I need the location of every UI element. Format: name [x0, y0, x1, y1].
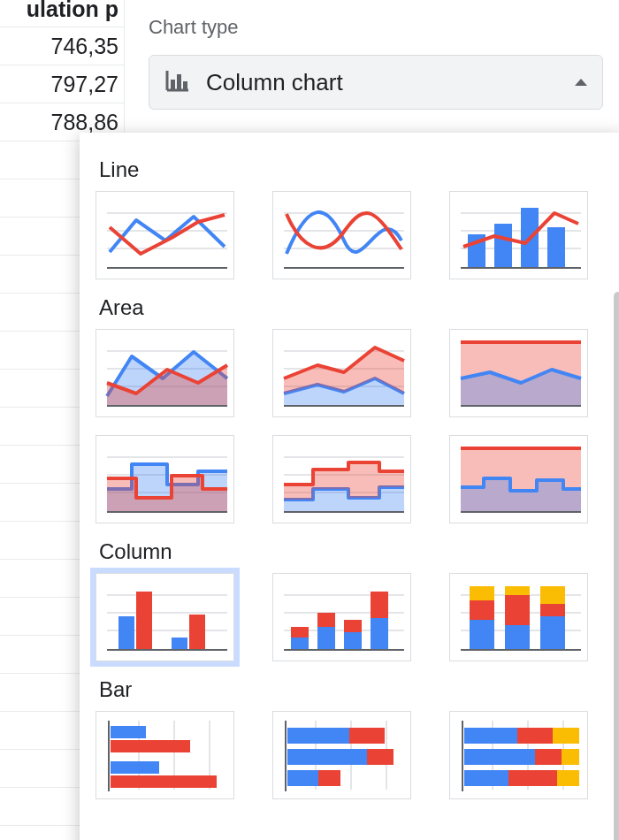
svg-rect-111 — [562, 749, 579, 765]
chart-editor-panel: Chart type Column chart — [133, 0, 619, 118]
svg-rect-80 — [505, 586, 530, 595]
svg-rect-56 — [136, 592, 152, 650]
svg-rect-75 — [470, 620, 494, 650]
svg-rect-68 — [344, 620, 362, 632]
thumb-stacked-stepped-area-chart[interactable] — [272, 435, 411, 523]
thumb-combo-line-column[interactable] — [449, 191, 588, 279]
svg-rect-77 — [470, 586, 494, 600]
thumb-stacked-column-chart[interactable] — [272, 573, 411, 661]
column-chart-icon — [164, 69, 190, 95]
svg-rect-89 — [111, 740, 190, 752]
svg-rect-98 — [287, 749, 367, 765]
svg-rect-67 — [344, 632, 362, 650]
svg-rect-113 — [508, 770, 557, 786]
svg-rect-58 — [189, 615, 205, 650]
thumb-full-stacked-bar-chart[interactable] — [449, 711, 588, 799]
svg-rect-108 — [553, 728, 579, 744]
svg-rect-101 — [318, 770, 340, 786]
svg-rect-20 — [547, 227, 565, 268]
svg-rect-63 — [291, 638, 309, 650]
caret-up-icon — [574, 74, 588, 90]
svg-rect-88 — [111, 726, 146, 738]
chart-type-label: Chart type — [149, 16, 603, 39]
svg-rect-57 — [172, 638, 187, 650]
svg-rect-66 — [317, 613, 335, 627]
spreadsheet-cell[interactable]: 746,35 — [0, 27, 124, 65]
thumb-stacked-bar-chart[interactable] — [272, 711, 411, 799]
svg-rect-78 — [505, 625, 530, 650]
chart-type-dropdown: Line Area Column — [80, 133, 619, 840]
section-bar: Bar — [99, 677, 605, 702]
svg-rect-64 — [291, 627, 309, 638]
svg-rect-96 — [287, 728, 349, 744]
svg-rect-106 — [464, 728, 517, 744]
thumb-column-chart[interactable] — [96, 573, 234, 661]
svg-rect-100 — [287, 770, 318, 786]
section-column: Column — [99, 539, 605, 564]
svg-rect-18 — [494, 224, 512, 268]
svg-rect-65 — [317, 627, 335, 650]
svg-marker-5 — [575, 79, 587, 86]
thumb-smooth-line-chart[interactable] — [272, 191, 411, 279]
column-header: ulation p — [0, 0, 124, 27]
dropdown-scrollbar[interactable] — [614, 292, 619, 840]
svg-rect-55 — [118, 616, 134, 650]
section-area: Area — [99, 295, 605, 320]
svg-rect-107 — [517, 728, 553, 744]
svg-rect-83 — [540, 586, 565, 604]
svg-rect-114 — [557, 770, 579, 786]
svg-rect-99 — [367, 749, 394, 765]
thumb-area-chart[interactable] — [96, 329, 234, 417]
chart-type-select[interactable]: Column chart — [149, 55, 603, 110]
thumb-full-stacked-column-chart[interactable] — [449, 573, 588, 661]
svg-rect-90 — [111, 761, 159, 774]
thumb-line-chart[interactable] — [96, 191, 234, 279]
svg-rect-69 — [371, 618, 388, 650]
svg-rect-81 — [540, 616, 565, 650]
svg-rect-79 — [505, 595, 530, 625]
thumb-full-stacked-stepped-area-chart[interactable] — [449, 435, 588, 523]
svg-rect-70 — [371, 592, 388, 618]
svg-rect-112 — [464, 770, 508, 786]
chart-type-selected-text: Column chart — [206, 69, 343, 96]
spreadsheet-cell[interactable]: 797,27 — [0, 65, 124, 103]
svg-rect-3 — [177, 74, 181, 90]
svg-rect-76 — [470, 600, 494, 620]
svg-rect-109 — [464, 749, 535, 765]
svg-rect-91 — [111, 775, 217, 788]
svg-rect-110 — [535, 749, 562, 765]
section-line: Line — [99, 157, 605, 182]
thumb-bar-chart[interactable] — [96, 711, 234, 799]
svg-rect-4 — [183, 81, 187, 90]
svg-rect-82 — [540, 604, 565, 616]
svg-rect-2 — [171, 80, 175, 90]
thumb-stacked-area-chart[interactable] — [272, 329, 411, 417]
thumb-stepped-area-chart[interactable] — [96, 435, 234, 523]
svg-rect-97 — [349, 728, 385, 744]
thumb-full-stacked-area-chart[interactable] — [449, 329, 588, 417]
